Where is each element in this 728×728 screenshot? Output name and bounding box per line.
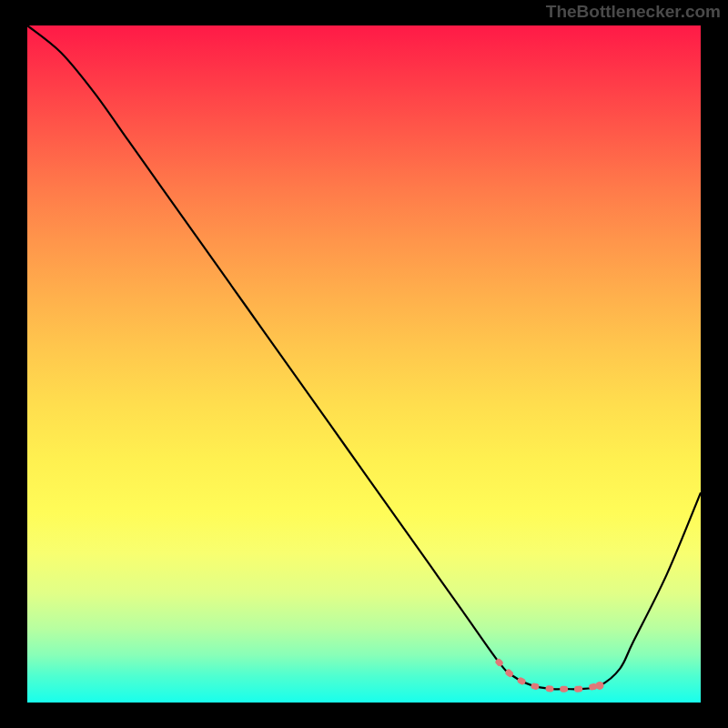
- chart-plot-area: [27, 25, 701, 703]
- bottleneck-curve: [27, 25, 701, 703]
- attribution-text: TheBottlenecker.com: [546, 2, 721, 22]
- svg-point-0: [596, 682, 604, 690]
